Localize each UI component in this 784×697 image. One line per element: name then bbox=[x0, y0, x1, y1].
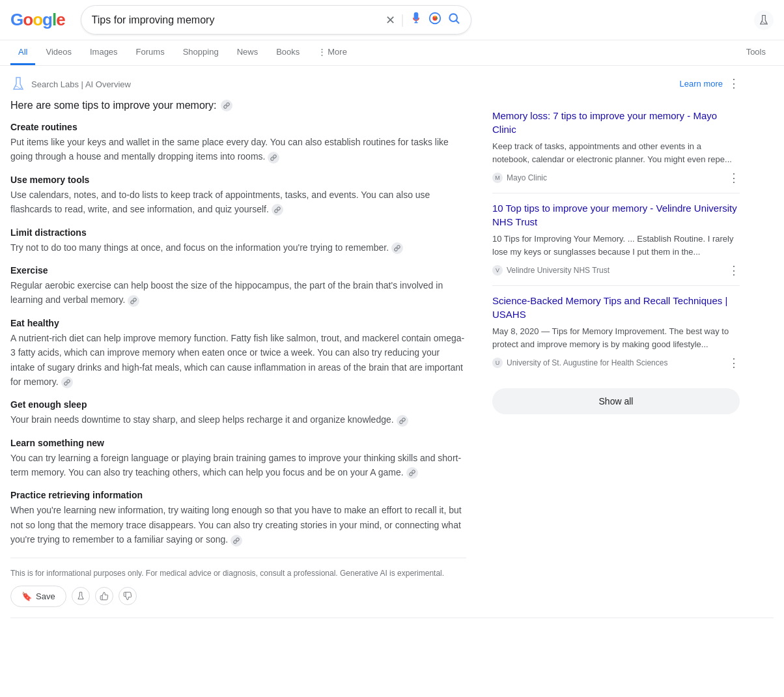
tab-images[interactable]: Images bbox=[82, 40, 126, 65]
site-name-1: Velindre University NHS Trust bbox=[507, 266, 609, 275]
tip-limit-distractions: Limit distractionsTry not to do too many… bbox=[10, 227, 466, 255]
dislike-button[interactable] bbox=[119, 587, 137, 605]
tip-exercise: ExerciseRegular aerobic exercise can hel… bbox=[10, 265, 466, 307]
tab-all[interactable]: All bbox=[10, 40, 35, 65]
tip-learn-something-new: Learn something newYou can try learning … bbox=[10, 438, 466, 480]
clear-icon[interactable]: ✕ bbox=[385, 13, 395, 27]
source-cards: Memory loss: 7 tips to improve your memo… bbox=[492, 101, 740, 378]
source-card-2: Science-Backed Memory Tips and Recall Te… bbox=[492, 286, 740, 378]
nav-tabs: All Videos Images Forums Shopping News B… bbox=[0, 40, 784, 66]
source-menu-2[interactable]: ⋮ bbox=[728, 356, 740, 370]
tip-text-limit-distractions: Try not to do too many things at once, a… bbox=[10, 240, 466, 255]
tip-text-eat-healthy: A nutrient-rich diet can help improve me… bbox=[10, 331, 466, 390]
ai-overview-panel: Search Labs | AI Overview Here are some … bbox=[10, 76, 466, 607]
search-icon[interactable] bbox=[447, 12, 460, 28]
learn-more-link[interactable]: Learn more bbox=[680, 79, 723, 89]
tip-link-icon-limit-distractions[interactable] bbox=[391, 242, 403, 254]
site-name-2: University of St. Augustine for Health S… bbox=[507, 358, 667, 367]
tab-forums[interactable]: Forums bbox=[128, 40, 173, 65]
source-menu-1[interactable]: ⋮ bbox=[728, 263, 740, 277]
ai-badge-label: Search Labs | AI Overview bbox=[31, 79, 131, 89]
tip-title-eat-healthy: Eat healthy bbox=[10, 318, 466, 328]
site-name-0: Mayo Clinic bbox=[507, 173, 547, 182]
tips-list: Create routinesPut items like your keys … bbox=[10, 122, 466, 547]
source-snippet-0: Keep track of tasks, appointments and ot… bbox=[492, 140, 740, 165]
tip-title-practice-retrieving: Practice retrieving information bbox=[10, 490, 466, 500]
microphone-icon[interactable] bbox=[410, 12, 423, 28]
tip-title-limit-distractions: Limit distractions bbox=[10, 227, 466, 238]
lab-action-button[interactable] bbox=[72, 587, 90, 605]
tab-more[interactable]: ⋮ More bbox=[310, 40, 355, 65]
tab-tools[interactable]: Tools bbox=[738, 40, 774, 65]
site-favicon-1: V bbox=[492, 265, 503, 276]
lab-icon-header[interactable] bbox=[754, 10, 774, 30]
site-favicon-2: U bbox=[492, 358, 503, 368]
more-options-icon[interactable]: ⋮ bbox=[728, 76, 740, 91]
sources-panel: Learn more ⋮ Memory loss: 7 tips to impr… bbox=[492, 76, 740, 607]
tip-create-routines: Create routinesPut items like your keys … bbox=[10, 122, 466, 164]
tip-link-icon-create-routines[interactable] bbox=[268, 152, 279, 164]
source-card-0: Memory loss: 7 tips to improve your memo… bbox=[492, 101, 740, 193]
like-button[interactable] bbox=[95, 587, 113, 605]
source-site-0: M Mayo Clinic bbox=[492, 173, 547, 183]
main-content: Search Labs | AI Overview Here are some … bbox=[0, 66, 781, 618]
tip-get-enough-sleep: Get enough sleepYour brain needs downtim… bbox=[10, 399, 466, 427]
tab-books[interactable]: Books bbox=[268, 40, 307, 65]
tip-text-practice-retrieving: When you're learning new information, tr… bbox=[10, 503, 466, 547]
source-footer-2: U University of St. Augustine for Health… bbox=[492, 356, 740, 370]
header-right bbox=[754, 10, 774, 30]
tip-link-icon-use-memory-tools[interactable] bbox=[272, 204, 283, 216]
source-title-0[interactable]: Memory loss: 7 tips to improve your memo… bbox=[492, 109, 740, 136]
action-buttons: 🔖 Save bbox=[10, 586, 466, 607]
source-snippet-1: 10 Tips for Improving Your Memory. ... E… bbox=[492, 233, 740, 258]
ai-overview-title: Here are some tips to improve your memor… bbox=[10, 100, 466, 111]
tip-link-icon-exercise[interactable] bbox=[128, 295, 139, 307]
source-snippet-2: May 8, 2020 — Tips for Memory Improvemen… bbox=[492, 325, 740, 350]
tip-title-create-routines: Create routines bbox=[10, 122, 466, 132]
lens-icon[interactable] bbox=[428, 11, 442, 29]
tip-link-icon-practice-retrieving[interactable] bbox=[231, 535, 242, 547]
tip-link-icon-get-enough-sleep[interactable] bbox=[397, 415, 408, 427]
source-site-2: U University of St. Augustine for Health… bbox=[492, 358, 667, 368]
source-card-1: 10 Top tips to improve your memory - Vel… bbox=[492, 193, 740, 286]
source-title-2[interactable]: Science-Backed Memory Tips and Recall Te… bbox=[492, 294, 740, 321]
tip-text-create-routines: Put items like your keys and wallet in t… bbox=[10, 135, 466, 164]
save-button[interactable]: 🔖 Save bbox=[10, 586, 66, 607]
page-divider bbox=[10, 618, 774, 618]
tab-videos[interactable]: Videos bbox=[38, 40, 79, 65]
search-input[interactable] bbox=[92, 14, 381, 26]
tip-title-learn-something-new: Learn something new bbox=[10, 438, 466, 448]
source-footer-0: M Mayo Clinic ⋮ bbox=[492, 171, 740, 185]
tip-eat-healthy: Eat healthyA nutrient-rich diet can help… bbox=[10, 318, 466, 390]
google-logo: Google bbox=[10, 10, 65, 30]
ai-overview-header: Search Labs | AI Overview bbox=[10, 76, 466, 92]
source-menu-0[interactable]: ⋮ bbox=[728, 171, 740, 185]
tip-text-get-enough-sleep: Your brain needs downtime to stay sharp,… bbox=[10, 412, 466, 427]
tip-practice-retrieving: Practice retrieving informationWhen you'… bbox=[10, 490, 466, 547]
tab-shopping[interactable]: Shopping bbox=[175, 40, 227, 65]
source-site-1: V Velindre University NHS Trust bbox=[492, 265, 609, 276]
search-bar[interactable]: ✕ | bbox=[81, 5, 471, 35]
tip-text-learn-something-new: You can try learning a foreign language … bbox=[10, 451, 466, 480]
tip-title-get-enough-sleep: Get enough sleep bbox=[10, 399, 466, 410]
save-icon: 🔖 bbox=[21, 591, 32, 601]
divider-icon: | bbox=[400, 12, 404, 27]
learn-more-header: Learn more ⋮ bbox=[492, 76, 740, 91]
tip-link-icon-learn-something-new[interactable] bbox=[406, 467, 418, 479]
site-favicon-0: M bbox=[492, 173, 503, 183]
title-link-icon[interactable] bbox=[221, 100, 232, 111]
show-all-button[interactable]: Show all bbox=[492, 388, 740, 414]
source-footer-1: V Velindre University NHS Trust ⋮ bbox=[492, 263, 740, 277]
tip-text-exercise: Regular aerobic exercise can help boost … bbox=[10, 278, 466, 307]
tip-link-icon-eat-healthy[interactable] bbox=[61, 377, 73, 388]
source-title-1[interactable]: 10 Top tips to improve your memory - Vel… bbox=[492, 201, 740, 229]
svg-point-4 bbox=[434, 16, 436, 18]
tip-title-use-memory-tools: Use memory tools bbox=[10, 175, 466, 185]
more-dots-icon: ⋮ bbox=[318, 47, 326, 57]
tab-news[interactable]: News bbox=[229, 40, 266, 65]
tip-title-exercise: Exercise bbox=[10, 265, 466, 276]
ai-lab-icon bbox=[10, 76, 26, 92]
header: Google ✕ | bbox=[0, 0, 784, 40]
tip-text-use-memory-tools: Use calendars, notes, and to-do lists to… bbox=[10, 188, 466, 217]
tip-use-memory-tools: Use memory toolsUse calendars, notes, an… bbox=[10, 175, 466, 217]
